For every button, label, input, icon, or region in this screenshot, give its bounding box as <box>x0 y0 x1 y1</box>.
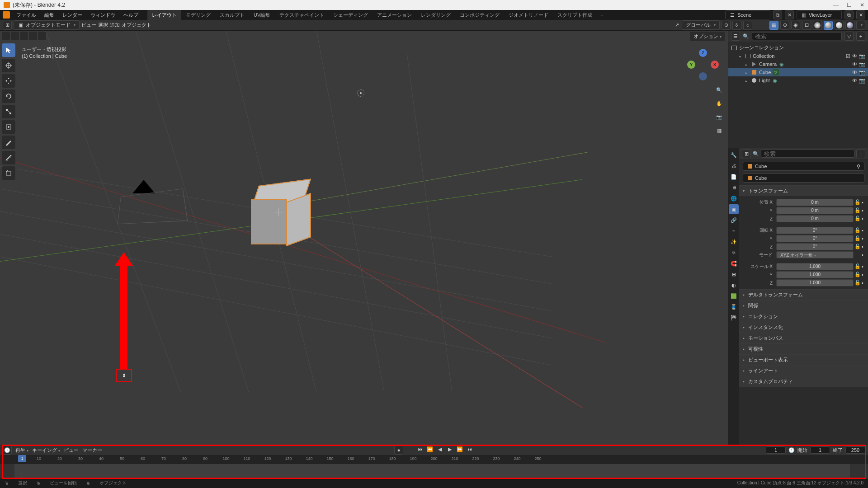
rotation-y-field[interactable]: 0° <box>776 235 854 242</box>
props-tab-8[interactable]: ✨ <box>729 237 739 247</box>
checkbox-icon[interactable]: ☑ <box>846 53 850 59</box>
eye-icon[interactable]: 👁 <box>852 53 857 59</box>
timeline-track[interactable] <box>0 464 868 479</box>
workspace-tab-2[interactable]: スカルプト <box>215 10 249 20</box>
tool-select-box[interactable] <box>2 43 15 57</box>
lock-icon[interactable]: 🔓 <box>854 272 861 278</box>
panel-header[interactable]: ラインアート <box>739 366 868 376</box>
timeline-keying[interactable]: キーイング <box>32 447 60 454</box>
menu-file[interactable]: ファイル <box>13 10 40 20</box>
play-reverse-icon[interactable]: ◀ <box>436 446 444 453</box>
lock-icon[interactable]: 🔓 <box>854 263 861 270</box>
menu-help[interactable]: ヘルプ <box>120 10 142 20</box>
select-mode-3[interactable] <box>20 32 28 40</box>
eye-icon[interactable]: 👁 <box>852 70 857 75</box>
autokey-button[interactable]: ● <box>394 446 403 455</box>
outliner-item-light[interactable]: Light◉👁📷 <box>728 76 868 84</box>
menu-edit[interactable]: 編集 <box>41 10 58 20</box>
tool-cursor[interactable] <box>2 59 15 72</box>
pin-icon[interactable]: ⚲ <box>857 164 860 169</box>
perspective-toggle-icon[interactable]: ▦ <box>714 126 724 136</box>
scale-y-field[interactable]: 1.000 <box>776 271 854 278</box>
start-frame-field[interactable]: 1 <box>810 446 830 454</box>
clock-icon[interactable]: 🕐 <box>788 447 795 453</box>
outliner-new-collection-button[interactable]: + <box>856 32 865 41</box>
select-mode-4[interactable] <box>29 32 37 40</box>
location-x-field[interactable]: 0 m <box>776 199 854 206</box>
props-editor-type[interactable]: ⊞ <box>742 149 751 158</box>
tool-move[interactable] <box>2 74 15 88</box>
shading-options-button[interactable] <box>856 21 865 30</box>
scene-delete-button[interactable]: ✕ <box>785 10 794 19</box>
props-tab-0[interactable]: 🔧 <box>729 150 739 160</box>
props-tab-3[interactable]: 🖥 <box>729 183 739 192</box>
workspace-tab-9[interactable]: ジオメトリノード <box>504 10 553 20</box>
panel-header[interactable]: デルタトランスフォーム <box>739 290 868 300</box>
lock-icon[interactable]: 🔓 <box>854 216 861 222</box>
lock-icon[interactable]: 🔓 <box>854 227 861 234</box>
tool-add-primitive[interactable] <box>2 166 15 180</box>
disclosure-icon[interactable] <box>745 61 749 67</box>
scale-z-field[interactable]: 1.000 <box>776 279 854 286</box>
cube-object[interactable] <box>251 187 305 245</box>
tree-scene-collection[interactable]: シーンコレクション <box>728 43 868 52</box>
viewlayer-selector[interactable]: ▥ ViewLayer <box>797 10 842 19</box>
nav-gizmo[interactable]: Z Y X <box>687 49 719 80</box>
lock-icon[interactable]: 🔓 <box>854 244 861 250</box>
gizmo-y-axis[interactable]: Y <box>687 61 695 69</box>
rotation-mode-dropdown[interactable]: XYZ オイラー角 <box>776 251 854 258</box>
workspace-tab-7[interactable]: レンダリング <box>416 10 455 20</box>
select-mode-5[interactable] <box>38 32 46 40</box>
props-options-button[interactable]: ⋮ <box>856 149 865 158</box>
timeline-marker[interactable]: マーカー <box>82 447 102 454</box>
camera-object[interactable] <box>115 180 183 223</box>
select-mode-2[interactable] <box>11 32 19 40</box>
panel-header[interactable]: モーションパス <box>739 333 868 343</box>
breadcrumb-data[interactable]: Cube <box>743 174 864 183</box>
shading-wireframe-button[interactable] <box>813 21 822 30</box>
render-icon[interactable]: 📷 <box>859 78 865 84</box>
pan-icon[interactable]: ✋ <box>714 99 724 108</box>
workspace-tab-8[interactable]: コンポジティング <box>455 10 504 20</box>
jump-start-icon[interactable]: ⏮ <box>416 446 424 453</box>
props-tab-10[interactable]: 🧲 <box>729 258 739 268</box>
location-y-field[interactable]: 0 m <box>776 207 854 214</box>
add-workspace-button[interactable]: + <box>598 11 606 19</box>
disclosure-icon[interactable] <box>745 70 749 75</box>
props-tab-14[interactable]: 🧵 <box>729 302 739 312</box>
disclosure-icon[interactable] <box>739 53 743 59</box>
jump-end-icon[interactable]: ⏭ <box>466 446 474 453</box>
tool-rotate[interactable] <box>2 89 15 103</box>
viewport-options-button[interactable]: オプション <box>690 32 725 41</box>
shading-solid-button[interactable] <box>824 21 833 30</box>
minimize-icon[interactable]: — <box>833 2 839 8</box>
render-icon[interactable]: 📷 <box>859 53 865 59</box>
workspace-tab-3[interactable]: UV編集 <box>249 10 275 20</box>
zoom-icon[interactable]: 🔍 <box>714 85 724 95</box>
snap-button[interactable]: ⧲ <box>732 21 741 30</box>
location-z-field[interactable]: 0 m <box>776 215 854 222</box>
render-icon[interactable]: 📷 <box>859 61 865 67</box>
shading-rendered-button[interactable] <box>845 21 854 30</box>
timeline-view[interactable]: ビュー <box>64 447 79 454</box>
lock-icon[interactable]: 🔓 <box>854 207 861 214</box>
next-keyframe-icon[interactable]: ⏩ <box>456 446 464 453</box>
panel-header[interactable]: カスタムプロパティ <box>739 376 868 387</box>
workspace-tab-5[interactable]: シェーディング <box>329 10 373 20</box>
rotation-z-field[interactable]: 0° <box>776 243 854 250</box>
props-tab-7[interactable]: ≡ <box>729 226 739 236</box>
props-tab-1[interactable]: 🖨 <box>729 161 739 171</box>
outliner-item-camera[interactable]: Camera◉👁📷 <box>728 60 868 68</box>
timeline-ruler[interactable]: 1 10203040506070809010011012013014015016… <box>0 455 868 464</box>
props-tab-9[interactable]: ⚛ <box>729 248 739 258</box>
gizmo-toggle-button[interactable]: ⊕ <box>780 21 789 30</box>
play-icon[interactable]: ▶ <box>446 446 454 453</box>
props-tab-5[interactable]: ▣ <box>729 204 739 214</box>
props-tab-12[interactable]: ◐ <box>729 280 739 290</box>
workspace-tab-4[interactable]: テクスチャペイント <box>275 10 329 20</box>
properties-search-input[interactable] <box>761 150 854 158</box>
workspace-tab-0[interactable]: レイアウト <box>147 10 181 20</box>
header-add[interactable]: 追加 <box>110 22 120 28</box>
panel-header[interactable]: 可視性 <box>739 344 868 354</box>
orientation-dropdown[interactable]: グローバル <box>682 20 720 30</box>
